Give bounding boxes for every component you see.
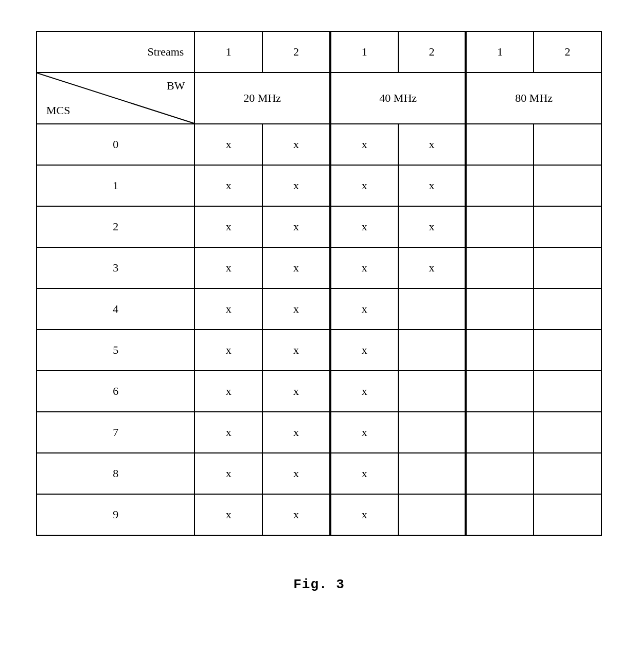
data-cell <box>398 288 466 330</box>
data-cell: x <box>194 453 262 494</box>
table-row: 1xxxx <box>37 165 601 206</box>
data-cell <box>398 494 466 535</box>
data-cell: x <box>194 371 262 412</box>
table-row: 0xxxx <box>37 124 601 165</box>
data-cell <box>398 371 466 412</box>
data-cell <box>466 412 534 453</box>
data-cell <box>534 247 601 288</box>
data-cell: x <box>262 124 330 165</box>
data-cell: x <box>330 247 398 288</box>
data-cell <box>466 288 534 330</box>
table-row: 8xxx <box>37 453 601 494</box>
data-cell: x <box>194 330 262 371</box>
data-cell: x <box>330 206 398 247</box>
data-cell <box>534 288 601 330</box>
data-cell <box>534 165 601 206</box>
data-cell: x <box>330 124 398 165</box>
table-row: 7xxx <box>37 412 601 453</box>
table-row: 4xxx <box>37 288 601 330</box>
main-table-container: Streams 1 2 1 2 1 2 <box>36 31 602 536</box>
figure-caption: Fig. 3 <box>293 577 345 592</box>
data-cell: x <box>262 247 330 288</box>
stream-col-2: 2 <box>262 31 330 72</box>
data-cell: x <box>194 494 262 535</box>
data-cell: x <box>262 330 330 371</box>
mcs-value: 6 <box>37 371 194 412</box>
data-cell <box>534 124 601 165</box>
mcs-value: 7 <box>37 412 194 453</box>
data-cell: x <box>194 247 262 288</box>
table-row: 9xxx <box>37 494 601 535</box>
stream-col-6: 2 <box>534 31 601 72</box>
stream-col-4: 2 <box>398 31 466 72</box>
data-cell <box>534 330 601 371</box>
data-cell: x <box>194 206 262 247</box>
stream-col-1: 1 <box>194 31 262 72</box>
table-row: 3xxxx <box>37 247 601 288</box>
streams-label: Streams <box>148 45 184 58</box>
table-row: 6xxx <box>37 371 601 412</box>
data-cell: x <box>262 288 330 330</box>
mcs-value: 9 <box>37 494 194 535</box>
mcs-diagonal-label: MCS <box>46 104 70 117</box>
mcs-value: 1 <box>37 165 194 206</box>
data-cell: x <box>330 330 398 371</box>
mcs-value: 0 <box>37 124 194 165</box>
data-cell <box>466 453 534 494</box>
data-cell <box>466 494 534 535</box>
header-row-bw: BW MCS 20 MHz 40 MHz 80 MHz <box>37 72 601 124</box>
data-cell <box>534 453 601 494</box>
data-cell <box>466 206 534 247</box>
data-cell: x <box>398 247 466 288</box>
data-cell: x <box>330 412 398 453</box>
data-cell: x <box>262 453 330 494</box>
data-cell: x <box>194 124 262 165</box>
diagonal-header-cell: BW MCS <box>37 72 194 124</box>
mcs-value: 8 <box>37 453 194 494</box>
data-cell: x <box>262 165 330 206</box>
mcs-table: Streams 1 2 1 2 1 2 <box>36 31 602 536</box>
table-body: 0xxxx1xxxx2xxxx3xxxx4xxx5xxx6xxx7xxx8xxx… <box>37 124 601 535</box>
bw-40mhz-header: 40 MHz <box>330 72 466 124</box>
data-cell <box>466 165 534 206</box>
data-cell: x <box>330 494 398 535</box>
data-cell <box>466 247 534 288</box>
streams-header-cell: Streams <box>37 31 194 72</box>
data-cell: x <box>398 124 466 165</box>
data-cell: x <box>262 494 330 535</box>
data-cell: x <box>262 371 330 412</box>
data-cell <box>466 124 534 165</box>
data-cell: x <box>262 412 330 453</box>
bw-80mhz-header: 80 MHz <box>466 72 601 124</box>
data-cell <box>534 494 601 535</box>
data-cell: x <box>330 165 398 206</box>
mcs-value: 5 <box>37 330 194 371</box>
data-cell: x <box>398 165 466 206</box>
bw-diagonal-label: BW <box>167 79 185 93</box>
header-row-streams: Streams 1 2 1 2 1 2 <box>37 31 601 72</box>
data-cell <box>466 330 534 371</box>
data-cell: x <box>330 371 398 412</box>
data-cell <box>466 371 534 412</box>
data-cell <box>398 330 466 371</box>
bw-20mhz-header: 20 MHz <box>194 72 330 124</box>
table-row: 2xxxx <box>37 206 601 247</box>
data-cell <box>398 412 466 453</box>
data-cell: x <box>398 206 466 247</box>
mcs-value: 3 <box>37 247 194 288</box>
data-cell <box>534 206 601 247</box>
data-cell: x <box>330 453 398 494</box>
mcs-value: 2 <box>37 206 194 247</box>
data-cell: x <box>194 165 262 206</box>
stream-col-3: 1 <box>330 31 398 72</box>
data-cell: x <box>194 412 262 453</box>
data-cell: x <box>262 206 330 247</box>
stream-col-5: 1 <box>466 31 534 72</box>
table-row: 5xxx <box>37 330 601 371</box>
mcs-value: 4 <box>37 288 194 330</box>
data-cell <box>398 453 466 494</box>
data-cell <box>534 371 601 412</box>
data-cell <box>534 412 601 453</box>
data-cell: x <box>194 288 262 330</box>
data-cell: x <box>330 288 398 330</box>
